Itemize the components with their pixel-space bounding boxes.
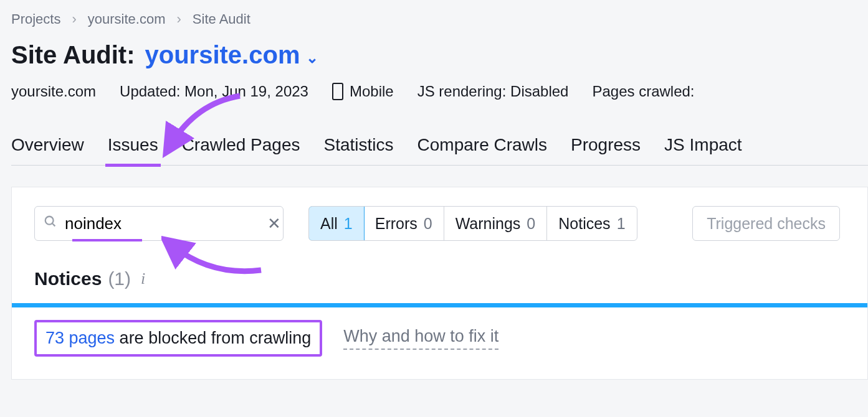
chevron-right-icon: › [177, 11, 181, 27]
tab-overview[interactable]: Overview [11, 135, 84, 155]
segment-all[interactable]: All 1 [308, 206, 365, 241]
triggered-checks-button[interactable]: Triggered checks [692, 206, 840, 241]
segment-notices[interactable]: Notices 1 [547, 207, 636, 240]
meta-domain: yoursite.com [11, 83, 96, 100]
breadcrumb: Projects › yoursite.com › Site Audit [11, 11, 868, 27]
tab-compare-crawls[interactable]: Compare Crawls [417, 135, 548, 155]
breadcrumb-item[interactable]: yoursite.com [88, 11, 166, 27]
search-box: ✕ [34, 206, 284, 241]
breadcrumb-item: Site Audit [193, 11, 250, 27]
clear-icon[interactable]: ✕ [267, 214, 281, 233]
notices-count: (1) [108, 268, 131, 289]
search-icon [44, 215, 57, 232]
tab-progress[interactable]: Progress [571, 135, 641, 155]
why-how-fix-link[interactable]: Why and how to fix it [343, 327, 498, 350]
result-highlight: 73 pages are blocked from crawling [34, 320, 322, 357]
result-count-link[interactable]: 73 pages [45, 329, 115, 347]
notices-heading: Notices (1) i [34, 268, 867, 289]
tab-issues[interactable]: Issues [108, 135, 158, 155]
domain-dropdown[interactable]: yoursite.com ⌄ [145, 41, 319, 69]
meta-js-rendering: JS rendering: Disabled [417, 83, 569, 100]
svg-line-1 [52, 223, 55, 227]
tabs: Overview Issues Crawled Pages Statistics… [11, 135, 868, 166]
meta-device: Mobile [332, 83, 394, 100]
result-text: are blocked from crawling [115, 329, 311, 347]
meta-pages-crawled: Pages crawled: [592, 83, 694, 100]
issues-panel: ✕ All 1 Errors 0 Warnings 0 Notices [11, 187, 868, 380]
breadcrumb-item[interactable]: Projects [11, 11, 60, 27]
result-row: 73 pages are blocked from crawling Why a… [12, 307, 867, 357]
svg-point-0 [45, 217, 54, 225]
meta-updated: Updated: Mon, Jun 19, 2023 [120, 83, 308, 100]
filter-row: ✕ All 1 Errors 0 Warnings 0 Notices [12, 206, 867, 241]
info-icon[interactable]: i [141, 269, 145, 288]
chevron-right-icon: › [72, 11, 76, 27]
notices-label: Notices [34, 268, 102, 289]
tab-js-impact[interactable]: JS Impact [664, 135, 742, 155]
page-title-row: Site Audit: yoursite.com ⌄ [11, 41, 868, 69]
segment-warnings[interactable]: Warnings 0 [444, 207, 548, 240]
meta-row: yoursite.com Updated: Mon, Jun 19, 2023 … [11, 83, 868, 100]
search-input[interactable] [65, 214, 267, 233]
mobile-icon [332, 83, 343, 100]
chevron-down-icon: ⌄ [306, 49, 318, 67]
tab-statistics[interactable]: Statistics [324, 135, 394, 155]
annotation-underline [72, 239, 142, 241]
tab-crawled-pages[interactable]: Crawled Pages [182, 135, 300, 155]
domain-name: yoursite.com [145, 41, 300, 69]
segment-errors[interactable]: Errors 0 [364, 207, 444, 240]
page-title: Site Audit: [11, 41, 135, 69]
section-accent-bar [12, 303, 867, 307]
filter-segments: All 1 Errors 0 Warnings 0 Notices 1 [308, 206, 637, 241]
